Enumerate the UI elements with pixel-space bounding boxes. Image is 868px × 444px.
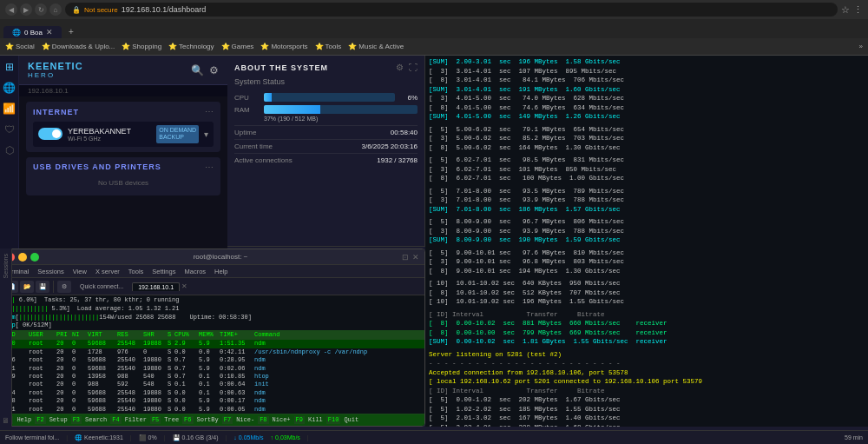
upload-status: ↑ 0,03Mb/s: [271, 434, 300, 441]
session-tab-1[interactable]: 192.168.10.1: [132, 282, 180, 291]
menu-view[interactable]: View: [73, 268, 87, 275]
on-demand-button[interactable]: ON DEMANDBACKUP: [156, 125, 199, 143]
new-tab-button[interactable]: +: [63, 25, 79, 38]
bookmark-games[interactable]: ⭐ Games: [221, 43, 254, 50]
browser-actions: ☆ ⋮: [841, 4, 863, 16]
toolbar-open[interactable]: 📂: [20, 281, 34, 293]
bookmarks-overflow[interactable]: »: [859, 43, 863, 50]
menu-xserver[interactable]: X server: [95, 268, 120, 275]
cpu-value: 6%: [400, 94, 418, 102]
menu-help[interactable]: Help: [214, 268, 227, 275]
bookmark-motorsports[interactable]: ⭐ Motorsports: [260, 43, 307, 50]
about-expand-icon[interactable]: ⛶: [409, 63, 418, 72]
cpu-row: CPU 6%: [234, 93, 418, 102]
bookmark-downloads[interactable]: ⭐ Downloads & Uplo...: [42, 43, 115, 50]
wifi-sub: Wi-Fi 5 GHz: [68, 136, 151, 142]
iperf-line: [ 8] 5.00-6.02 sec 164 MBytes 1.30 Gbits…: [429, 143, 865, 153]
menu-sessions[interactable]: Sessions: [37, 268, 63, 275]
tab-close-icon[interactable]: ✕: [46, 28, 53, 36]
window-minimize[interactable]: [18, 253, 27, 262]
follow-terminal-label[interactable]: Follow terminal fol...: [5, 434, 59, 441]
terminal-menu: Terminal Sessions View X server Tools Se…: [1, 265, 424, 278]
menu-tools[interactable]: Tools: [128, 268, 144, 275]
brand-sub: HERO: [28, 71, 83, 79]
nav-icon-globe[interactable]: 🌐: [1, 80, 17, 96]
cpu-status: ⬛ 0%: [139, 434, 157, 441]
iperf-line: [SUM] 2.00-3.01 sec 196 MBytes 1.58 Gbit…: [429, 57, 865, 67]
iperf-line: [ 3] 3.01-4.01 sec 107 MBytes 895 Mbits/…: [429, 67, 865, 76]
internet-section-header: INTERNET ⋯: [33, 107, 214, 116]
sessions-panel: Sessions 🖥: [0, 249, 12, 427]
htop-process-row[interactable]: 418root200596882554019880S0.05.90:00.17n…: [1, 397, 424, 405]
htop-process-row[interactable]: 1root200988592548S0.10.10:00.64init: [1, 381, 424, 388]
usb-section-icon[interactable]: ⋯: [205, 162, 214, 172]
htop-process-row[interactable]: 81root20017289760S0.00.00:42.11/usr/sbin…: [1, 348, 424, 356]
current-time-label: Current time: [234, 142, 273, 150]
usb-section-header: USB DRIVES AND PRINTERS ⋯: [33, 162, 214, 172]
refresh-button[interactable]: ↻: [35, 3, 47, 16]
terminal-pin-icon[interactable]: ✕: [412, 253, 419, 262]
about-title: ABOUT THE SYSTEM: [234, 63, 328, 72]
iperf-line: [ 5] 9.00-10.01 sec 97.6 MBytes 810 Mbit…: [429, 249, 865, 258]
nav-icon-wifi[interactable]: 📶: [1, 101, 17, 116]
settings-icon[interactable]: ⚙: [209, 64, 219, 76]
address-bar[interactable]: 🔒 Not secure 192.168.10.1/dashboard: [65, 3, 838, 17]
htop-process-row[interactable]: 756root200596882554019880S0.75.90:28.95n…: [1, 356, 424, 364]
nav-icon-home[interactable]: ⊞: [3, 59, 16, 75]
back-button[interactable]: ◀: [5, 3, 17, 16]
session-close[interactable]: ✕: [181, 282, 187, 290]
bookmark-music[interactable]: ⭐ Music & Active: [348, 43, 404, 50]
toolbar-btn4[interactable]: ⚙: [57, 281, 71, 293]
htop-process-row[interactable]: 451root200596882554019880S0.05.90:00.05n…: [1, 406, 424, 414]
iperf-line: [ 5] 3.02-4.01 sec 208 MBytes 1.68 Gbits…: [429, 423, 865, 427]
nav-icon-apps[interactable]: ⬡: [3, 142, 16, 158]
wifi-toggle[interactable]: [38, 128, 62, 140]
iperf-line: [SUM] 3.01-4.01 sec 191 MBytes 1.60 Gbit…: [429, 85, 865, 95]
keenetic-status: 🌐 Keenetic:1931: [75, 434, 123, 441]
about-settings-icon[interactable]: ⚙: [396, 63, 404, 72]
internet-section-icon[interactable]: ⋯: [205, 107, 214, 116]
iperf-line: [ 10] 10.01-10.02 sec 640 KBytes 950 Mbi…: [429, 279, 865, 288]
htop-content: 1[| 6.0%] Tasks: 25, 37 thr, 80 kthr; 0 …: [1, 295, 424, 426]
iperf-line: [ ID] Interval Transfer Bitrate: [429, 310, 865, 320]
htop-process-row[interactable]: 851root200596882554019880S0.75.90:02.06n…: [1, 365, 424, 373]
forward-button[interactable]: ▶: [20, 3, 32, 16]
bookmark-social[interactable]: ⭐ Social: [5, 43, 35, 50]
iperf-line: [ ID] Interval Transfer Bitrate: [429, 387, 865, 396]
lock-icon: 🔒: [72, 6, 81, 14]
menu-settings[interactable]: Settings: [152, 268, 175, 275]
menu-icon[interactable]: ⋮: [853, 4, 863, 16]
toolbar-save[interactable]: 💾: [36, 281, 49, 293]
tab-active[interactable]: 🌐 0 Boa ✕: [3, 26, 62, 38]
browser-controls: ◀ ▶ ↻ ⌂: [5, 3, 62, 16]
router-header-icons: 🔍 ⚙: [191, 64, 219, 76]
star-icon[interactable]: ☆: [841, 4, 850, 16]
window-maximize[interactable]: [30, 253, 39, 262]
search-icon[interactable]: 🔍: [191, 64, 204, 76]
bookmark-tools[interactable]: ⭐ Tools: [315, 43, 342, 50]
nav-icon-shield[interactable]: 🛡: [3, 122, 16, 137]
iperf-line: [ 8] 6.02-7.01 sec 100 MBytes 1.00 Gbits…: [429, 174, 865, 183]
bookmark-shopping[interactable]: ⭐ Shopping: [122, 43, 161, 50]
terminal-toolbar: 📄 📂 💾 ⚙ Quick connect... 192.168.10.1 ✕: [1, 278, 424, 295]
cpu-label: CPU: [234, 94, 259, 102]
remote-icon[interactable]: 🖥: [2, 416, 10, 425]
htop-process-row[interactable]: 649root20013958988540S0.70.10:10.85htop: [1, 373, 424, 381]
browser-tabs: 🌐 0 Boa ✕ +: [0, 19, 868, 38]
menu-macros[interactable]: Macros: [184, 268, 206, 275]
internet-section: INTERNET ⋯ YEREBAKANNET Wi-Fi 5 GHz ON D…: [26, 102, 220, 152]
terminal-window-icon[interactable]: ⊡: [402, 253, 409, 262]
iperf-line: [ 3] 4.01-5.00 sec 74.0 MBytes 628 Mbits…: [429, 94, 865, 103]
htop-process-row[interactable]: 414root200596882554819888S0.00.10:00.63n…: [1, 389, 424, 397]
bookmark-technology[interactable]: ⭐ Technology: [168, 43, 214, 50]
not-secure-label: Not secure: [84, 6, 118, 14]
url-text: 192.168.10.1/dashboard: [122, 5, 207, 14]
iperf-line: [SUM] 7.01-8.00 sec 186 MBytes 1.57 Gbit…: [429, 205, 865, 215]
home-button[interactable]: ⌂: [49, 3, 62, 16]
iperf-line: [ 5] 0.00-1.02 sec 202 MBytes 1.67 Gbits…: [429, 395, 865, 405]
iperf-line: [SUM] 8.00-9.00 sec 190 MBytes 1.59 Gbit…: [429, 235, 865, 245]
chevron-icon[interactable]: ▾: [204, 129, 208, 139]
htop-process-row[interactable]: 910root200596882554819888S2.95.91:51.35n…: [1, 340, 424, 348]
iperf-line: [ 3] 7.01-8.00 sec 93.9 MBytes 788 Mbits…: [429, 195, 865, 205]
sessions-label: Sessions: [3, 254, 9, 278]
